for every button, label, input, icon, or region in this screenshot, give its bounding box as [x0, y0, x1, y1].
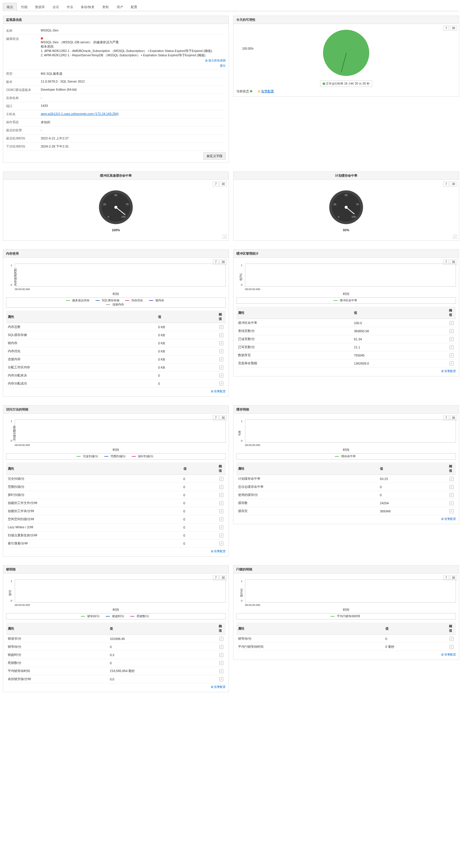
value: -	[41, 128, 226, 132]
attr-cell: 缓存页	[236, 507, 378, 515]
threshold-config-icon[interactable]: ⤢	[219, 533, 223, 537]
tab-performance[interactable]: 性能	[18, 3, 31, 11]
threshold-config-icon[interactable]: ⤢	[219, 374, 223, 378]
threshold-config-icon[interactable]: ⤢	[219, 541, 223, 546]
svg-text:0: 0	[108, 215, 109, 218]
threshold-config-icon[interactable]: ⤢	[450, 329, 454, 333]
threshold-config-icon[interactable]: ⤢	[219, 493, 223, 497]
svg-text:50: 50	[114, 194, 117, 196]
value-cell: 369349	[378, 507, 447, 515]
tab-config[interactable]: 配置	[127, 3, 141, 11]
value-cell: 0 KB	[156, 355, 217, 364]
threshold-config-icon[interactable]: ⤢	[450, 637, 454, 641]
threshold-config-icon[interactable]: ⤢	[219, 677, 223, 681]
threshold-config-icon[interactable]: ⤢	[219, 509, 223, 513]
threshold-cell: ⤢	[447, 483, 456, 491]
attr-cell: 平均闩锁等待时间	[236, 643, 384, 651]
threshold-config-icon[interactable]: ⤢	[219, 325, 223, 329]
alarm-config-link[interactable]: 告警配置	[444, 370, 456, 373]
attr-cell: 内存总数	[6, 323, 156, 331]
value-cell: 1362609.0	[352, 360, 447, 368]
alarm-config-link[interactable]: 告警配置	[444, 517, 456, 521]
range-30-button[interactable]: 30	[450, 182, 457, 186]
threshold-config-icon[interactable]: ⤢	[219, 358, 223, 362]
attr-cell: 页面寿命预期	[236, 360, 352, 368]
show-all-reasons-link[interactable]: ⊞ 显示所有原因	[205, 59, 226, 62]
range-7-button[interactable]: 7	[443, 182, 449, 186]
alarm-config-link[interactable]: 告警配置	[214, 550, 226, 553]
expand-icon[interactable]: ⤢	[223, 235, 227, 239]
alarm-config-link[interactable]: 告警配置	[214, 390, 226, 393]
custom-fields-button[interactable]: 自定义字段	[203, 152, 226, 160]
tab-backup[interactable]: 备份/恢复	[78, 3, 98, 11]
label: 类型	[6, 71, 41, 76]
threshold-config-icon[interactable]: ⤢	[219, 349, 223, 353]
attr-cell: 内存分配未决	[6, 372, 156, 380]
threshold-config-icon[interactable]: ⤢	[450, 645, 454, 649]
attr-cell: 数据库页	[236, 351, 352, 360]
range-7-button[interactable]: 7	[213, 182, 219, 186]
threshold-config-icon[interactable]: ⤢	[219, 661, 223, 665]
label: 下次轮询时间	[6, 144, 41, 149]
delegate-link[interactable]: 委任	[220, 64, 226, 67]
table-row: 表的锁升级/分钟0.0⤢	[6, 675, 226, 683]
attr-cell: 连接内存	[6, 355, 156, 364]
threshold-config-icon[interactable]: ⤢	[450, 321, 454, 325]
threshold-config-icon[interactable]: ⤢	[450, 509, 454, 513]
threshold-config-icon[interactable]: ⤢	[450, 362, 454, 366]
access-panel: 访问方法的明细 730 扫描次数/秒 10 08:00:00.000 时间 完全…	[3, 405, 229, 557]
threshold-cell: ⤢	[217, 659, 226, 667]
reason-1: 1. APM-W2K12R2-1 - AMDBOracle_Subscripti…	[41, 49, 213, 53]
threshold-config-icon[interactable]: ⤢	[450, 493, 454, 497]
range-30-button[interactable]: 30	[220, 182, 227, 186]
threshold-config-icon[interactable]: ⤢	[219, 501, 223, 505]
tab-session[interactable]: 会话	[49, 3, 62, 11]
attr-cell: 平均锁等待时间	[6, 667, 108, 675]
tab-replication[interactable]: 复制	[99, 3, 112, 11]
alarm-config-link[interactable]: 告警配置	[444, 653, 456, 656]
buffer-table: 属性值阈值 缓冲区命中率100.0⤢查找页数/分369850.58⤢已读页数/分…	[236, 307, 456, 368]
value-cell: 0 KB	[156, 347, 217, 355]
alarm-config-link[interactable]: 告警配置	[261, 90, 274, 93]
x-tick: 08:00:00.000	[15, 288, 226, 291]
threshold-cell: ⤢	[217, 491, 226, 499]
value-cell: 0	[182, 531, 217, 539]
tab-users[interactable]: 用户	[113, 3, 126, 11]
col-attr: 属性	[6, 622, 108, 635]
threshold-config-icon[interactable]: ⤢	[219, 477, 223, 481]
threshold-config-icon[interactable]: ⤢	[450, 501, 454, 505]
table-row: 锁请求/分101898.45⤢	[6, 635, 226, 643]
expand-icon[interactable]: ⤢	[453, 235, 457, 239]
threshold-config-icon[interactable]: ⤢	[450, 353, 454, 358]
threshold-config-icon[interactable]: ⤢	[219, 366, 223, 370]
x-tick: 08:00:00.000	[15, 444, 226, 446]
col-attr: 属性	[6, 462, 182, 475]
table-row: 创建的工作表/分钟0⤢	[6, 507, 226, 515]
label: 实例名称	[6, 96, 41, 100]
threshold-config-icon[interactable]: ⤢	[219, 637, 223, 641]
attr-cell: 索引搜索/分钟	[6, 539, 182, 548]
tab-overview[interactable]: 概况	[3, 3, 17, 11]
chart-legend: 平均闩锁等待时间	[236, 613, 456, 619]
alarm-config-link[interactable]: 告警配置	[214, 685, 226, 688]
threshold-config-icon[interactable]: ⤢	[450, 485, 454, 489]
threshold-config-icon[interactable]: ⤢	[219, 341, 223, 345]
threshold-config-icon[interactable]: ⤢	[450, 345, 454, 349]
threshold-config-icon[interactable]: ⤢	[219, 517, 223, 521]
threshold-config-icon[interactable]: ⤢	[450, 337, 454, 341]
tab-database[interactable]: 数据库	[32, 3, 48, 11]
table-row: 内存优化0 KB⤢	[6, 347, 226, 355]
threshold-config-icon[interactable]: ⤢	[219, 382, 223, 386]
threshold-config-icon[interactable]: ⤢	[450, 477, 454, 481]
threshold-config-icon[interactable]: ⤢	[219, 525, 223, 529]
hostname-link[interactable]: apm-w2k12r2-1.csez.zohocorpin.com (172.2…	[41, 112, 119, 116]
attr-cell: 表的锁升级/分钟	[6, 675, 108, 683]
threshold-config-icon[interactable]: ⤢	[219, 669, 223, 673]
threshold-config-icon[interactable]: ⤢	[219, 653, 223, 657]
tab-jobs[interactable]: 作业	[63, 3, 77, 11]
y-axis-label: 内存使用(KB)	[13, 269, 18, 286]
threshold-config-icon[interactable]: ⤢	[219, 333, 223, 337]
value-cell: 0	[182, 475, 217, 483]
threshold-config-icon[interactable]: ⤢	[219, 485, 223, 489]
threshold-config-icon[interactable]: ⤢	[219, 645, 223, 649]
